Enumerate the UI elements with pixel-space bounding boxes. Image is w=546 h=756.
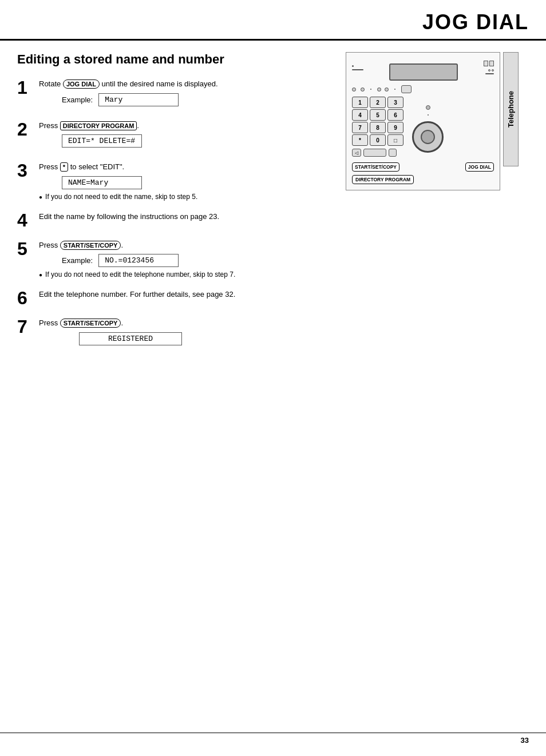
key-8[interactable]: 8 <box>370 122 386 133</box>
footer-line <box>0 733 546 733</box>
step-content-7: Press START/SET/COPY. REGISTERED <box>39 317 334 349</box>
step-text-5: Press START/SET/COPY. <box>39 240 334 251</box>
step5-text-after: . <box>121 241 123 249</box>
step1-example: Example: Mary <box>62 93 334 106</box>
device-top-row <box>352 61 494 81</box>
left-column: Editing a stored name and number 1 Rotat… <box>17 52 346 359</box>
step2-text-before: Press <box>39 121 60 130</box>
device-speaker-bar <box>352 69 363 70</box>
key-4[interactable]: 4 <box>352 109 368 121</box>
key-star[interactable]: * <box>352 134 368 146</box>
step-number-6: 6 <box>17 289 39 307</box>
device-btn-left[interactable]: ◁ <box>352 149 361 157</box>
earpiece-line <box>485 73 494 74</box>
step-number-4: 4 <box>17 211 39 229</box>
device-btn-wide[interactable] <box>363 149 386 157</box>
page-number: 33 <box>521 736 529 745</box>
earpiece-dots <box>488 69 494 71</box>
keypad-row1: 1 2 3 <box>352 97 403 108</box>
device-speaker-area <box>352 65 363 70</box>
step-content-1: Rotate JOG DIAL until the desired name i… <box>39 78 334 110</box>
step3-note: If you do not need to edit the name, ski… <box>39 193 334 201</box>
key-3[interactable]: 3 <box>387 97 403 108</box>
step7-lcd: REGISTERED <box>79 332 182 345</box>
device-dots-right <box>377 87 389 91</box>
right-column: 1 2 3 4 5 6 7 8 9 * <box>346 52 529 359</box>
step2-text-after: . <box>137 121 139 130</box>
device-dot-1 <box>352 65 354 67</box>
key-hash[interactable]: □ <box>387 134 403 146</box>
step-6: 6 Edit the telephone number. For further… <box>17 289 334 307</box>
step5-lcd: NO.=0123456 <box>98 254 179 267</box>
earpiece-dot-1 <box>488 69 490 71</box>
key-2[interactable]: 2 <box>370 97 386 108</box>
key-1[interactable]: 1 <box>352 97 368 108</box>
step3-text-before: Press <box>39 162 60 171</box>
step-number-7: 7 <box>17 317 39 336</box>
jog-dial-circle[interactable] <box>412 121 444 153</box>
step-content-5: Press START/SET/COPY. Example: NO.=01234… <box>39 240 334 279</box>
step-number-2: 2 <box>17 120 39 138</box>
step-4: 4 Edit the name by following the instruc… <box>17 211 334 229</box>
step-number-1: 1 <box>17 78 39 97</box>
dev-dot-1 <box>352 87 356 91</box>
key-9[interactable]: 9 <box>387 122 403 133</box>
step1-jog-dial-btn: JOG DIAL <box>63 79 100 89</box>
device-earpiece-area <box>484 61 494 74</box>
step5-text-before: Press <box>39 241 60 249</box>
device-label-btns: START/SET/COPY JOG DIAL <box>352 162 494 172</box>
step-content-4: Edit the name by following the instructi… <box>39 211 334 225</box>
step-text-6: Edit the telephone number. For further d… <box>39 289 334 300</box>
step3-star-btn: * <box>60 162 68 172</box>
step-text-3: Press * to select "EDIT". <box>39 161 334 173</box>
step-content-3: Press * to select "EDIT". NAME=Mary If y… <box>39 161 334 201</box>
step-text-4: Edit the name by following the instructi… <box>39 211 334 222</box>
device-indicators <box>484 61 494 66</box>
step3-note-text: If you do not need to edit the name, ski… <box>45 193 197 201</box>
device-mic-dot <box>426 105 430 110</box>
step-3: 3 Press * to select "EDIT". NAME=Mary If… <box>17 161 334 201</box>
main-content: Editing a stored name and number 1 Rotat… <box>0 41 546 371</box>
step5-example: Example: NO.=0123456 <box>62 254 334 267</box>
keypad-row2: 4 5 6 <box>352 109 403 121</box>
dev-dot-2 <box>361 87 365 91</box>
step5-note-text: If you do not need to edit the telephone… <box>45 270 235 278</box>
section-title: Editing a stored name and number <box>17 52 334 67</box>
step3-lcd: NAME=Mary <box>62 176 142 189</box>
side-tab-label: Telephone <box>507 91 515 128</box>
keypad-row4: * 0 □ <box>352 134 403 146</box>
step1-lcd: Mary <box>98 93 179 106</box>
step1-text-before: Rotate <box>39 79 63 88</box>
step5-ssc-btn: START/SET/COPY <box>60 241 121 250</box>
key-7[interactable]: 7 <box>352 122 368 133</box>
key-6[interactable]: 6 <box>387 109 403 121</box>
step-text-7: Press START/SET/COPY. <box>39 317 334 329</box>
device-keypad-area: 1 2 3 4 5 6 7 8 9 * <box>352 97 494 157</box>
device-btn-sq[interactable] <box>389 149 397 157</box>
step3-lcd-line: NAME=Mary <box>62 176 334 189</box>
key-5[interactable]: 5 <box>370 109 386 121</box>
dev-small-dot <box>428 114 429 116</box>
key-0[interactable]: 0 <box>370 134 386 146</box>
device-small-btn <box>401 85 412 93</box>
step-number-3: 3 <box>17 161 39 180</box>
start-set-copy-btn[interactable]: START/SET/COPY <box>352 162 399 172</box>
step-5: 5 Press START/SET/COPY. Example: NO.=012… <box>17 240 334 279</box>
step3-text-after: to select "EDIT". <box>68 162 124 171</box>
dev-center-dot2 <box>394 89 395 90</box>
page-header: JOG DIAL <box>0 0 546 41</box>
step2-lcd: EDIT=* DELETE=# <box>62 134 142 148</box>
dev-dot-4 <box>385 87 389 91</box>
directory-program-btn[interactable]: DIRECTORY PROGRAM <box>352 175 414 184</box>
device-right-area <box>412 97 444 153</box>
device-dots <box>352 87 365 91</box>
device-lcd-screen <box>389 63 458 81</box>
step-content-2: Press DIRECTORY PROGRAM. EDIT=* DELETE=# <box>39 120 334 152</box>
device-diagram: 1 2 3 4 5 6 7 8 9 * <box>346 52 500 190</box>
device-second-row <box>352 85 494 93</box>
jog-dial-inner <box>421 130 435 144</box>
step5-note: If you do not need to edit the telephone… <box>39 270 334 278</box>
step7-ssc-btn: START/SET/COPY <box>60 319 121 328</box>
step7-text-before: Press <box>39 319 60 327</box>
jog-dial-btn[interactable]: JOG DIAL <box>465 162 494 172</box>
